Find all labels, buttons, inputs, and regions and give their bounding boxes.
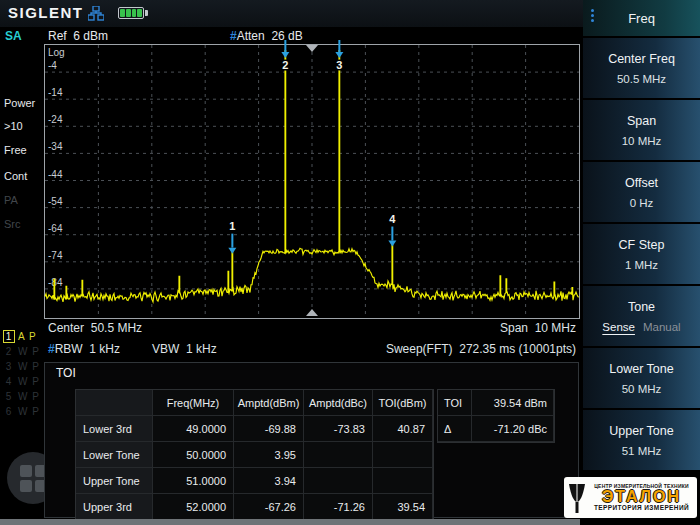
center-freq-top-marker-icon <box>306 45 318 52</box>
vbw-readout: VBW 1 kHz <box>152 342 217 356</box>
softkey-value: 50 MHz <box>622 383 662 395</box>
y-axis-label: -44 <box>48 169 63 180</box>
y-axis-label: -4 <box>48 60 57 71</box>
grid-icon <box>20 465 47 492</box>
marker-label-4: 4 <box>389 213 396 225</box>
trace-indicator-6[interactable]: 6W P <box>3 405 40 418</box>
softkey-label: Offset <box>625 176 658 190</box>
toi-col-header: Amptd(dBc) <box>304 390 373 416</box>
softkey-tone[interactable]: ToneSenseManual <box>583 286 700 346</box>
spectrum-plot-svg: Log-4-14-24-34-44-54-64-74-841234 <box>45 45 579 316</box>
trace-indicator-5[interactable]: 5W P <box>3 390 40 403</box>
softkey-label: Lower Tone <box>609 362 673 376</box>
softkey-span[interactable]: Span10 MHz <box>583 100 700 160</box>
left-status-src: Src <box>4 218 21 230</box>
spectrum-graticule: Log-4-14-24-34-44-54-64-74-841234 <box>44 44 580 319</box>
trace-letters: A P <box>18 331 37 342</box>
toggle-option-sense[interactable]: Sense <box>602 321 635 333</box>
toi-panel-title: TOI <box>56 366 76 380</box>
coupled-hash-icon: # <box>48 342 55 356</box>
left-status-10: >10 <box>4 120 23 132</box>
trace-number: 3 <box>3 360 15 373</box>
trace-indicator-2[interactable]: 2W P <box>3 345 40 358</box>
marker-label-3: 3 <box>336 59 342 71</box>
bottom-edge-strip <box>0 519 580 525</box>
toi-col-header: Amptd(dBm) <box>234 390 304 416</box>
toggle-option-manual[interactable]: Manual <box>643 321 681 333</box>
trace-number: 6 <box>3 405 15 418</box>
rbw-readout: #RBW 1 kHz <box>48 342 120 356</box>
battery-nub <box>145 10 148 16</box>
marker-label-2: 2 <box>282 59 288 71</box>
y-axis-label: -74 <box>48 250 63 261</box>
trace-number: 5 <box>3 390 15 403</box>
toi-value-cell: 3.94 <box>234 468 304 494</box>
toi-summary-value: -71.20 dBc <box>472 416 554 442</box>
softkey-lower-tone[interactable]: Lower Tone50 MHz <box>583 348 700 408</box>
trace-number: 1 <box>3 330 15 343</box>
spectrum-analyzer-screen: SIGLENT SA Power>10FreeContPASrc 1A P2W … <box>0 0 700 525</box>
softkey-label: CF Step <box>619 238 665 252</box>
watermark-line3: ТЕРРИТОРИЯ ИЗМЕРЕНИЙ <box>594 505 689 512</box>
softkey-offset[interactable]: Offset0 Hz <box>583 162 700 222</box>
center-freq-readout: Center 50.5 MHz <box>48 321 142 335</box>
marker-arrow-head-icon <box>335 52 343 58</box>
trace-indicator-4[interactable]: 4W P <box>3 375 40 388</box>
y-axis-label: -64 <box>48 223 63 234</box>
softkey-toggle: SenseManual <box>602 321 680 333</box>
marker-arrow-head-icon <box>388 241 396 247</box>
trace-letters: W P <box>18 361 40 372</box>
marker-label-1: 1 <box>229 220 235 232</box>
scale-label: Log <box>48 47 65 58</box>
trace-indicator-3[interactable]: 3W P <box>3 360 40 373</box>
toi-value-cell: -73.83 <box>304 416 373 442</box>
softkey-value: 51 MHz <box>622 445 662 457</box>
watermark-brand: ЭТАЛОН <box>602 489 681 505</box>
toi-value-cell: 51.0000 <box>153 468 234 494</box>
toi-row-label: Upper 3rd <box>76 494 153 520</box>
toi-row-label: Upper Tone <box>76 468 153 494</box>
span-readout: Span 10 MHz <box>500 321 576 335</box>
y-axis-label: -84 <box>48 277 63 288</box>
toi-summary-label: Δ <box>438 416 472 442</box>
toi-value-cell: -69.88 <box>234 416 304 442</box>
softkey-upper-tone[interactable]: Upper Tone51 MHz <box>583 410 700 470</box>
toi-value-cell: 40.87 <box>373 416 433 442</box>
left-status-free: Free <box>4 144 27 156</box>
toi-value-cell: -71.26 <box>304 494 373 520</box>
softkey-cf-step[interactable]: CF Step1 MHz <box>583 224 700 284</box>
softkey-label: Tone <box>628 300 655 314</box>
toi-value-cell: -67.26 <box>234 494 304 520</box>
trace-number: 2 <box>3 345 15 358</box>
toi-row-label: Lower Tone <box>76 442 153 468</box>
marker-arrow-head-icon <box>228 248 236 254</box>
ref-level-readout: Ref 6 dBm <box>48 29 108 43</box>
etalon-watermark: ЦЕНТР ИЗМЕРИТЕЛЬНОЙ ТЕХНИКИ ЭТАЛОН ТЕРРИ… <box>564 477 697 518</box>
toi-value-cell <box>304 442 373 468</box>
toi-value-cell: 3.95 <box>234 442 304 468</box>
y-axis-label: -34 <box>48 141 63 152</box>
trace-indicator-1[interactable]: 1A P <box>3 330 37 343</box>
y-axis-label: -14 <box>48 87 63 98</box>
softkey-label: Span <box>627 114 656 128</box>
trace-letters: W P <box>18 391 40 402</box>
toi-table: Freq(MHz)Amptd(dBm)Amptd(dBc)TOI(dBm)Low… <box>75 389 434 521</box>
toi-value-cell: 39.54 <box>373 494 433 520</box>
coupled-hash-icon: # <box>230 29 237 43</box>
left-status-cont: Cont <box>4 170 27 182</box>
toi-summary-value: 39.54 dBm <box>472 390 554 416</box>
toi-value-cell: 52.0000 <box>153 494 234 520</box>
softkey-value: 0 Hz <box>630 197 654 209</box>
softkey-center-freq[interactable]: Center Freq50.5 MHz <box>583 38 700 98</box>
atten-readout: #Atten 26 dB <box>230 29 303 43</box>
toi-value-cell <box>373 468 433 494</box>
softkey-value: 10 MHz <box>622 135 662 147</box>
toi-value-cell <box>304 468 373 494</box>
toi-row-label: Lower 3rd <box>76 416 153 442</box>
etalon-logo-icon <box>566 481 588 515</box>
menu-title-freq[interactable]: Freq <box>583 0 700 36</box>
toi-col-header: TOI(dBm) <box>373 390 433 416</box>
menu-dots-icon <box>591 9 594 22</box>
softkey-menu-panel: Freq Center Freq50.5 MHzSpan10 MHzOffset… <box>583 0 700 525</box>
toi-value-cell <box>373 442 433 468</box>
